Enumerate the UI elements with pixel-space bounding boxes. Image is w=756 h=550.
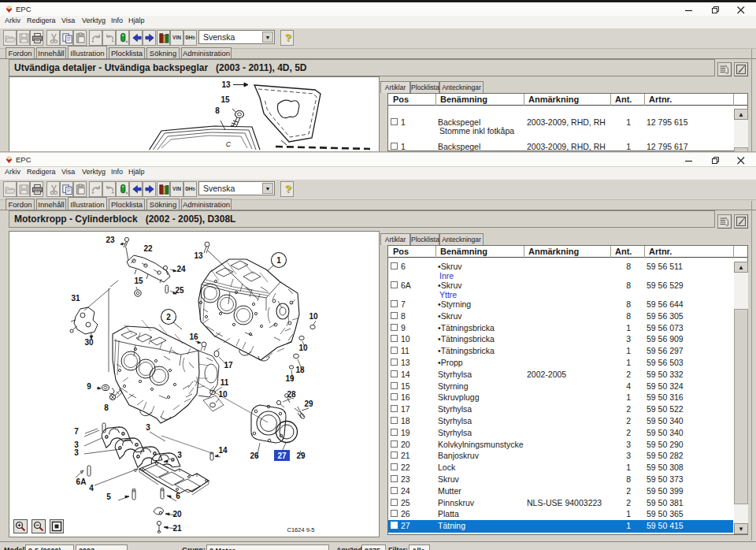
svg-text:22: 22 [143, 244, 153, 253]
svg-text:2: 2 [166, 313, 171, 321]
svg-text:27: 27 [277, 452, 287, 460]
svg-text:19: 19 [285, 374, 295, 383]
svg-text:8: 8 [215, 106, 220, 115]
svg-text:18: 18 [295, 366, 305, 374]
svg-text:10: 10 [218, 390, 228, 399]
svg-text:23: 23 [106, 236, 115, 244]
svg-text:20: 20 [172, 510, 182, 518]
svg-text:5: 5 [106, 492, 111, 501]
svg-text:9: 9 [87, 382, 91, 391]
svg-text:29: 29 [304, 399, 313, 408]
svg-text:3: 3 [177, 451, 182, 459]
svg-text:14: 14 [218, 446, 228, 455]
svg-text:7: 7 [74, 427, 79, 436]
svg-text:13: 13 [194, 251, 203, 260]
svg-text:10: 10 [298, 344, 308, 352]
svg-text:4: 4 [89, 484, 94, 492]
svg-text:C1624 9-5: C1624 9-5 [287, 526, 314, 533]
svg-text:3: 3 [146, 423, 150, 432]
svg-text:31: 31 [71, 294, 80, 303]
svg-text:C: C [226, 140, 232, 148]
svg-text:3: 3 [74, 448, 79, 457]
svg-text:11: 11 [220, 378, 229, 387]
svg-text:1: 1 [276, 256, 281, 265]
svg-text:6A: 6A [76, 478, 87, 486]
svg-text:10: 10 [309, 312, 318, 321]
svg-text:15: 15 [220, 95, 230, 104]
svg-text:30: 30 [84, 338, 94, 347]
svg-text:25: 25 [175, 286, 184, 295]
svg-text:15: 15 [134, 277, 143, 285]
svg-text:24: 24 [176, 265, 186, 273]
svg-text:17: 17 [224, 361, 233, 370]
svg-text:8: 8 [104, 403, 109, 412]
svg-text:13: 13 [221, 80, 231, 89]
svg-text:16: 16 [189, 333, 198, 341]
